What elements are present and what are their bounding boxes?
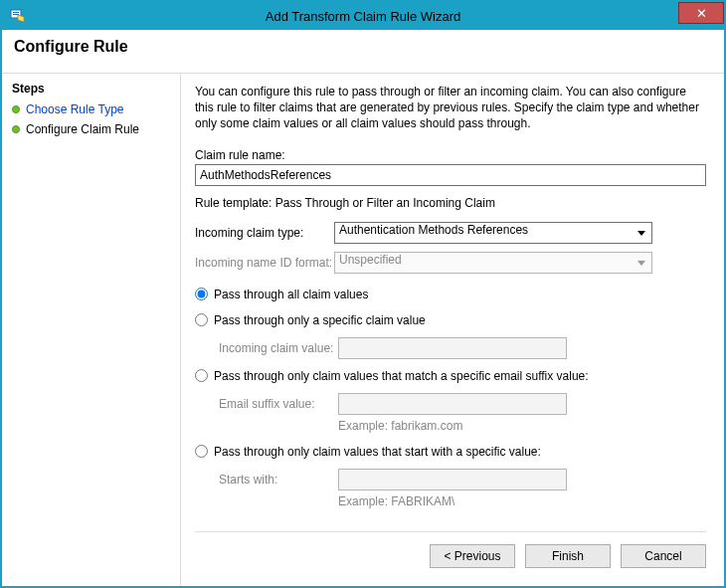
incoming-claim-type-value: Authentication Methods References (339, 223, 528, 237)
incoming-claim-type-label: Incoming claim type: (195, 226, 334, 240)
email-suffix-value-row: Email suffix value: (219, 393, 706, 415)
incoming-name-id-format-select: Unspecified (334, 252, 652, 274)
intro-text: You can configure this rule to pass thro… (195, 84, 706, 132)
radio-email-suffix-label: Pass through only claim values that matc… (214, 369, 589, 383)
incoming-name-id-format-label: Incoming name ID format: (195, 256, 334, 270)
incoming-claim-value-row: Incoming claim value: (219, 337, 706, 359)
app-icon (8, 6, 28, 26)
step-label: Configure Claim Rule (26, 122, 139, 136)
incoming-claim-type-select[interactable]: Authentication Methods References (334, 222, 652, 244)
cancel-button[interactable]: Cancel (621, 544, 706, 568)
radio-pass-specific-input[interactable] (195, 313, 208, 326)
wizard-main: You can configure this rule to pass thro… (181, 74, 724, 586)
wizard-header: Configure Rule (2, 30, 724, 74)
steps-heading: Steps (2, 80, 180, 99)
claim-rule-name-input[interactable] (195, 164, 706, 186)
starts-with-value-row: Starts with: (219, 469, 706, 490)
radio-starts-with-input[interactable] (195, 445, 208, 458)
incoming-claim-value-label: Incoming claim value: (219, 341, 338, 355)
radio-email-suffix-input[interactable] (195, 369, 208, 382)
close-icon: ✕ (696, 6, 707, 21)
step-configure-claim-rule[interactable]: Configure Claim Rule (2, 119, 180, 139)
finish-button[interactable]: Finish (525, 544, 611, 568)
radio-pass-all[interactable]: Pass through all claim values (195, 288, 706, 301)
wizard-window: Add Transform Claim Rule Wizard ✕ Config… (0, 0, 726, 588)
radio-email-suffix[interactable]: Pass through only claim values that matc… (195, 369, 706, 383)
wizard-footer: < Previous Finish Cancel (195, 531, 706, 576)
incoming-name-id-format-row: Incoming name ID format: Unspecified (195, 252, 706, 274)
incoming-claim-type-row: Incoming claim type: Authentication Meth… (195, 222, 706, 244)
radio-starts-with[interactable]: Pass through only claim values that star… (195, 445, 706, 459)
svg-rect-1 (13, 12, 19, 13)
steps-sidebar: Steps Choose Rule Type Configure Claim R… (2, 74, 181, 586)
email-suffix-example: Example: fabrikam.com (219, 419, 706, 433)
radio-starts-with-label: Pass through only claim values that star… (214, 445, 541, 459)
wizard-body: Steps Choose Rule Type Configure Claim R… (2, 74, 724, 586)
radio-pass-all-input[interactable] (195, 288, 208, 300)
titlebar: Add Transform Claim Rule Wizard ✕ (2, 2, 724, 30)
incoming-claim-value-input (338, 337, 567, 359)
email-suffix-value-label: Email suffix value: (219, 397, 338, 411)
email-suffix-value-input (338, 393, 567, 415)
starts-with-example: Example: FABRIKAM\ (219, 494, 706, 508)
radio-pass-specific[interactable]: Pass through only a specific claim value (195, 313, 706, 327)
previous-button[interactable]: < Previous (430, 544, 515, 568)
step-bullet-icon (12, 105, 20, 113)
step-bullet-icon (12, 125, 20, 133)
radio-pass-specific-label: Pass through only a specific claim value (214, 313, 426, 327)
step-label: Choose Rule Type (26, 102, 124, 116)
step-choose-rule-type[interactable]: Choose Rule Type (2, 99, 180, 119)
claim-rule-name-label: Claim rule name: (195, 148, 706, 162)
rule-template-text: Rule template: Pass Through or Filter an… (195, 196, 706, 210)
starts-with-value-label: Starts with: (219, 473, 338, 487)
window-title: Add Transform Claim Rule Wizard (2, 9, 724, 24)
page-title: Configure Rule (14, 38, 712, 56)
incoming-name-id-format-value: Unspecified (339, 253, 402, 267)
radio-pass-all-label: Pass through all claim values (214, 288, 368, 301)
close-button[interactable]: ✕ (678, 2, 724, 24)
starts-with-value-input (338, 469, 567, 490)
